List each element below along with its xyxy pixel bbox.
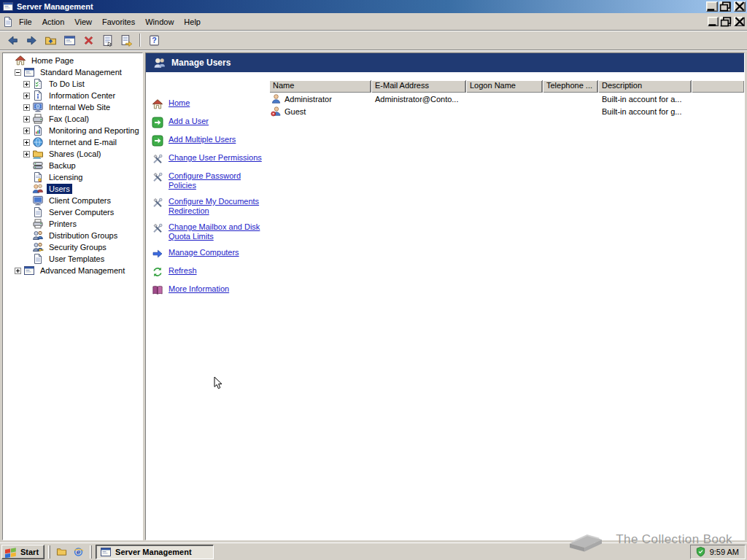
configure-my-documents-redirection-icon (152, 197, 163, 209)
forward-button[interactable] (23, 32, 40, 49)
child-minimize-button[interactable] (708, 17, 719, 26)
user-row-administrator[interactable]: AdministratorAdministrator@Conto...Built… (269, 93, 744, 105)
column-header-description[interactable]: Description (598, 80, 692, 93)
link-change-mailbox-and-disk-quota-limits[interactable]: Change Mailbox and Disk Quota Limits (152, 222, 269, 241)
child-close-button[interactable] (734, 17, 745, 26)
show-hide-console-tree-button[interactable] (61, 32, 78, 49)
tree-item-user-templates[interactable]: User Templates (3, 253, 142, 265)
tree-item-monitoring-and-reporting[interactable]: Monitoring and Reporting (3, 125, 142, 136)
expand-expander[interactable] (23, 81, 30, 88)
minimize-button[interactable] (706, 1, 718, 12)
link-configure-my-documents-redirection[interactable]: Configure My Documents Redirection (152, 197, 269, 216)
link-add-multiple-users[interactable]: Add Multiple Users (152, 135, 269, 147)
tree-item-label: Users (47, 184, 72, 194)
configure-password-policies-icon (152, 171, 163, 183)
link-manage-computers[interactable]: Manage Computers (152, 248, 269, 260)
printers-icon (32, 218, 44, 230)
child-restore-button[interactable] (720, 17, 731, 26)
menu-help[interactable]: Help (179, 15, 206, 29)
expand-expander[interactable] (23, 104, 30, 111)
link-add-a-user[interactable]: Add a User (152, 117, 269, 128)
tree-item-users[interactable]: Users (3, 183, 142, 195)
tree-item-licensing[interactable]: Licensing (3, 171, 142, 183)
delete-icon (82, 34, 95, 47)
menu-favorites[interactable]: Favorites (97, 15, 140, 29)
column-header-logon-name[interactable]: Logon Name (466, 80, 543, 93)
menu-view[interactable]: View (69, 15, 97, 29)
tree-item-label: Client Computers (47, 195, 113, 206)
user-templates-icon (32, 253, 44, 265)
tree-item-label: Security Groups (47, 242, 109, 252)
link-more-information[interactable]: More Information (152, 284, 269, 296)
tree-item-server-computers[interactable]: Server Computers (3, 206, 142, 218)
start-button[interactable]: Start (1, 545, 44, 559)
change-user-permissions-icon (152, 153, 163, 165)
link-label: Configure Password Policies (169, 171, 263, 190)
list-column-headers: NameE-Mail AddressLogon NameTelephone ..… (269, 80, 744, 93)
restore-button[interactable] (719, 1, 731, 12)
collapse-expander[interactable] (15, 69, 21, 76)
link-change-user-permissions[interactable]: Change User Permissions (152, 153, 269, 165)
delete-button[interactable] (80, 32, 97, 49)
menu-action[interactable]: Action (37, 15, 70, 29)
taskbar-task-server-management[interactable]: Server Management (96, 545, 214, 559)
window-icon (2, 1, 14, 12)
column-header-e-mail-address[interactable]: E-Mail Address (371, 80, 466, 93)
link-configure-password-policies[interactable]: Configure Password Policies (152, 171, 269, 190)
cell-name: Administrator (269, 93, 371, 104)
menu-file[interactable]: File (14, 15, 37, 29)
column-header-telephone[interactable]: Telephone ... (543, 80, 598, 93)
tree-item-information-center[interactable]: Information Center (3, 90, 142, 101)
menu-window[interactable]: Window (140, 15, 179, 29)
tree-item-label: Distribution Groups (47, 230, 120, 241)
expand-expander[interactable] (23, 116, 30, 122)
fax-local-icon (32, 113, 44, 125)
column-header-name[interactable]: Name (269, 80, 371, 93)
tree-item-label: Internet and E-mail (47, 137, 119, 147)
quick-launch-explorer[interactable] (54, 545, 69, 559)
back-icon (7, 34, 19, 47)
content-area: Home PageStandard ManagementTo Do ListIn… (0, 50, 747, 542)
home-icon (152, 98, 163, 110)
tree-item-internet-and-e-mail[interactable]: Internet and E-mail (3, 136, 142, 148)
shares-local-icon (32, 148, 44, 160)
link-home[interactable]: Home (152, 98, 269, 110)
console-tree: Home PageStandard ManagementTo Do ListIn… (2, 52, 143, 540)
up-one-level-button[interactable] (42, 32, 59, 49)
taskband-handle (90, 545, 92, 559)
link-refresh[interactable]: Refresh (152, 266, 269, 278)
expand-expander[interactable] (15, 268, 21, 274)
tree-item-distribution-groups[interactable]: Distribution Groups (3, 230, 142, 241)
tree-item-shares-local[interactable]: Shares (Local) (3, 148, 142, 160)
tree-item-client-computers[interactable]: Client Computers (3, 195, 142, 206)
tree-item-internal-web-site[interactable]: Internal Web Site (3, 101, 142, 113)
tree-item-fax-local[interactable]: Fax (Local) (3, 113, 142, 125)
quick-launch-internet-explorer[interactable]: e (71, 545, 86, 559)
close-button[interactable] (734, 1, 746, 12)
tree-item-home-page[interactable]: Home Page (3, 55, 142, 66)
expand-expander[interactable] (23, 139, 30, 146)
properties-button[interactable] (98, 32, 116, 49)
tree-item-to-do-list[interactable]: To Do List (3, 78, 142, 90)
expand-expander[interactable] (23, 151, 30, 158)
tree-item-backup[interactable]: Backup (3, 160, 142, 171)
tree-item-label: User Templates (47, 254, 107, 264)
svg-text:?: ? (152, 36, 156, 44)
tree-item-label: Advanced Management (38, 265, 127, 276)
expand-expander[interactable] (23, 93, 30, 99)
cell-description: Built-in account for a... (598, 95, 692, 104)
titlebar[interactable]: Server Management (0, 0, 747, 13)
user-row-guest[interactable]: GuestBuilt-in account for g... (269, 105, 744, 117)
task-label: Server Management (115, 548, 192, 556)
help-button[interactable]: ? (145, 32, 163, 49)
back-button[interactable] (4, 32, 21, 49)
administrator-icon (271, 93, 282, 104)
expand-expander[interactable] (23, 128, 30, 134)
tree-item-advanced-management[interactable]: Advanced Management (3, 265, 142, 276)
tree-item-standard-management[interactable]: Standard Management (3, 66, 142, 78)
export-list-button[interactable] (117, 32, 135, 49)
tree-item-printers[interactable]: Printers (3, 218, 142, 230)
tree-item-security-groups[interactable]: Security Groups (3, 241, 142, 253)
details-pane: Manage Users HomeAdd a UserAdd Multiple … (145, 52, 745, 540)
refresh-icon (152, 266, 163, 278)
